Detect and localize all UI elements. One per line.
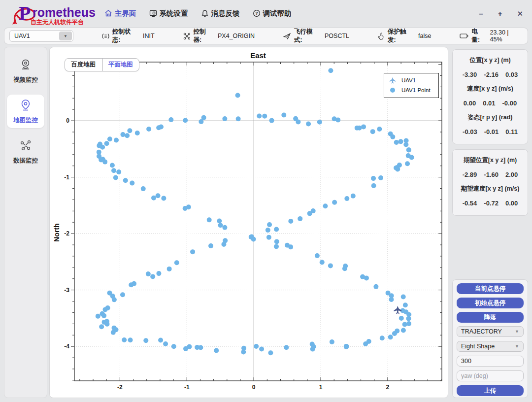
trajectory-point [128, 337, 133, 342]
trajectory-point [122, 337, 127, 342]
status-controller: 控制器: PX4_ORIGIN [183, 28, 255, 44]
trajectory-point [406, 321, 411, 326]
trajectory-point [269, 118, 274, 123]
chevron-down-icon: ▼ [515, 329, 519, 334]
menu-item-help[interactable]: ? 调试帮助 [253, 9, 292, 18]
trajectory-point [146, 271, 151, 276]
trajectory-point [370, 129, 375, 134]
trajectory-point [218, 223, 223, 228]
sidebar-item-label: 数据监控 [7, 157, 44, 165]
help-icon: ? [253, 9, 261, 17]
trajectory-point [163, 341, 168, 346]
desired-velocity-values: -0.54 -0.72 0.00 [453, 200, 528, 207]
left-sidebar: 视频监控 地图监控 数据监控 [4, 47, 47, 398]
trajectory-point [315, 253, 320, 258]
shape-select[interactable]: Eight Shape ▼ [457, 341, 524, 352]
trajectory-point [371, 183, 376, 188]
mode-select[interactable]: TRAJECTORY ▼ [457, 326, 524, 337]
dvel-z: 0.00 [505, 200, 518, 207]
status-value: false [418, 33, 431, 39]
minimize-button[interactable]: – [479, 10, 483, 17]
yaw-input[interactable] [457, 370, 524, 381]
menu-item-home[interactable]: 主界面 [104, 9, 136, 18]
telemetry-card: 位置[x y z] (m) -3.30 -2.16 0.03 速度[x y z]… [452, 49, 528, 144]
menu-item-settings[interactable]: 系统设置 [149, 9, 188, 18]
trajectory-point [328, 263, 333, 268]
trajectory-point [284, 345, 289, 350]
trajectory-point [298, 216, 302, 221]
flight-control-card: 当前点悬停 初始点悬停 降落 TRAJECTORY ▼ Eight Shape … [452, 279, 528, 398]
hover-initial-point-button[interactable]: 初始点悬停 [457, 298, 524, 308]
trajectory-point [116, 169, 121, 174]
trajectory-point [156, 193, 161, 198]
desired-position-values: -2.89 -1.60 2.00 [453, 171, 528, 178]
menu-item-feedback[interactable]: 消息反馈 [201, 9, 240, 18]
trajectory-param-input[interactable] [457, 356, 524, 367]
sidebar-item-video[interactable]: 视频监控 [7, 54, 44, 88]
trajectory-point [386, 291, 391, 296]
trajectory-point [259, 347, 264, 352]
legend-label: UAV1 Point [401, 87, 431, 93]
battery-icon [460, 33, 468, 39]
trajectory-point [344, 344, 349, 349]
trajectory-point [141, 186, 146, 191]
trajectory-point [332, 200, 337, 205]
system-settings-icon [149, 9, 157, 17]
trajectory-point [257, 114, 262, 119]
controller-icon [183, 33, 191, 40]
trajectory-point [125, 133, 130, 138]
y-tick-label: -3 [64, 287, 69, 294]
dvel-y: -0.72 [484, 200, 499, 207]
status-value: INIT [143, 33, 155, 39]
plot-frame [74, 62, 442, 381]
legend-entry-uav: UAV1 [388, 75, 434, 85]
uav-marker-plane [394, 306, 401, 314]
maximize-button[interactable]: + [498, 10, 502, 17]
pos-y: -2.16 [484, 71, 499, 78]
att-p: -0.01 [484, 128, 499, 135]
y-tick-label: 0 [66, 117, 69, 124]
trajectory-point [320, 260, 325, 265]
trajectory-point [342, 266, 347, 271]
tab-plane-map[interactable]: 平面地图 [102, 59, 139, 71]
close-button[interactable]: ✕ [517, 10, 523, 17]
x-tick-label: 2 [386, 384, 390, 391]
tab-baidu-map[interactable]: 百度地图 [65, 59, 102, 71]
trajectory-point [373, 284, 378, 289]
hover-current-point-button[interactable]: 当前点悬停 [457, 283, 524, 294]
trajectory-point [105, 305, 110, 310]
trajectory-point [146, 127, 151, 132]
trajectory-point [151, 196, 156, 201]
sidebar-item-map[interactable]: 地图监控 [7, 95, 44, 128]
trajectory-point [114, 138, 119, 143]
upload-button[interactable]: 上传 [457, 385, 524, 396]
trajectory-point [401, 295, 406, 300]
trajectory-point [406, 148, 411, 153]
trajectory-point [241, 346, 246, 351]
trajectory-point [355, 126, 360, 131]
control-state-icon [102, 33, 109, 40]
trajectory-point [262, 114, 267, 119]
trajectory-point [274, 239, 279, 244]
land-button[interactable]: 降落 [457, 312, 524, 323]
trajectory-point [394, 140, 399, 145]
trajectory-point [267, 222, 272, 227]
trajectory-point [377, 127, 382, 132]
trajectory-point [380, 335, 385, 340]
uav-selector[interactable]: UAV1 ▼ [9, 30, 73, 42]
map-tabs: 百度地图 平面地图 [65, 58, 139, 71]
pos-x: -3.30 [463, 71, 477, 78]
pos-z: 0.03 [505, 71, 518, 78]
y-tick-label: -4 [64, 343, 69, 350]
trajectory-plot[interactable]: -2-10120-1-2-3-4 [50, 47, 448, 398]
x-tick-label: 1 [319, 384, 323, 391]
trajectory-point [388, 335, 393, 339]
trajectory-point [398, 139, 403, 144]
trajectory-point [129, 282, 133, 287]
trajectory-point [187, 344, 192, 349]
svg-text:P: P [19, 2, 31, 24]
sidebar-item-data[interactable]: 数据监控 [7, 135, 44, 168]
protect-trigger-icon [378, 33, 385, 40]
trajectory-point [171, 344, 176, 349]
trajectory-point [221, 242, 226, 247]
